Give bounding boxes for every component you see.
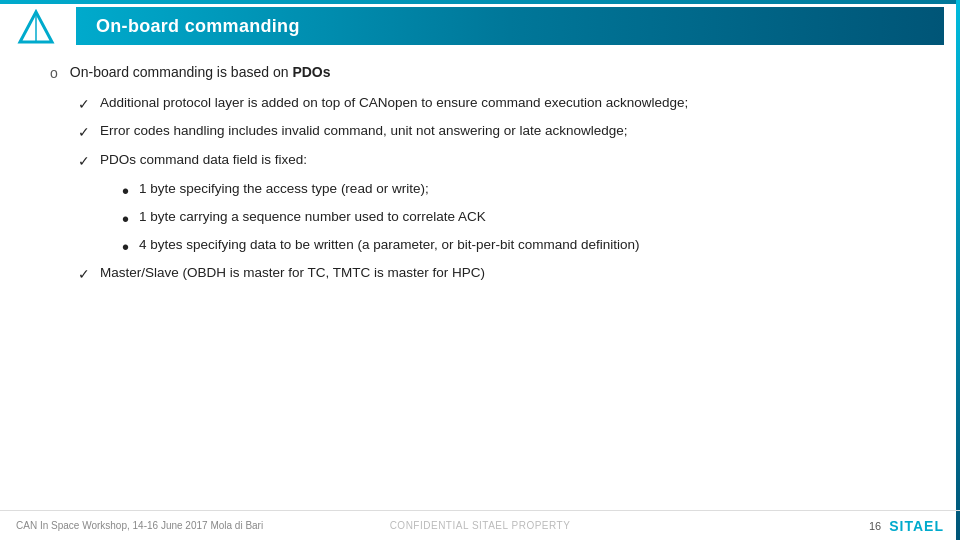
right-accent-bar <box>956 0 960 540</box>
title-bar: On-board commanding <box>76 7 944 45</box>
sub-items-list: ✓ Additional protocol layer is added on … <box>78 93 910 286</box>
footer-page-number: 16 <box>869 520 881 532</box>
check-text-2: Error codes handling includes invalid co… <box>100 121 628 141</box>
dot-text-3: 4 bytes specifying data to be written (a… <box>139 235 640 255</box>
checkmark-icon-1: ✓ <box>78 94 90 116</box>
main-bullet-item: o On-board commanding is based on PDOs <box>50 62 910 85</box>
checkmark-icon-2: ✓ <box>78 122 90 144</box>
check-text-1: Additional protocol layer is added on to… <box>100 93 688 113</box>
dot-item-3: • 4 bytes specifying data to be written … <box>122 235 910 259</box>
footer-event: CAN In Space Workshop, 14-16 June 2017 M… <box>16 520 325 531</box>
check-item-3: ✓ PDOs command data field is fixed: <box>78 150 910 173</box>
footer: CAN In Space Workshop, 14-16 June 2017 M… <box>0 510 960 540</box>
sitael-brand: SITAEL <box>889 518 944 534</box>
dot-items-list: • 1 byte specifying the access type (rea… <box>122 179 910 259</box>
footer-confidential: CONFIDENTIAL SITAEL PROPERTY <box>325 520 634 531</box>
logo-area <box>16 6 76 46</box>
dot-marker-1: • <box>122 179 129 203</box>
company-logo <box>16 6 56 46</box>
checkmark-icon-3: ✓ <box>78 151 90 173</box>
dot-marker-2: • <box>122 207 129 231</box>
check-item-2: ✓ Error codes handling includes invalid … <box>78 121 910 144</box>
bullet-marker: o <box>50 63 58 85</box>
dot-text-2: 1 byte carrying a sequence number used t… <box>139 207 486 227</box>
footer-right: 16 SITAEL <box>635 518 944 534</box>
dot-item-2: • 1 byte carrying a sequence number used… <box>122 207 910 231</box>
main-content: o On-board commanding is based on PDOs ✓… <box>0 52 960 301</box>
dot-item-1: • 1 byte specifying the access type (rea… <box>122 179 910 203</box>
dot-text-1: 1 byte specifying the access type (read … <box>139 179 429 199</box>
page-title: On-board commanding <box>96 16 300 37</box>
sitael-logo: SITAEL <box>889 518 944 534</box>
dot-marker-3: • <box>122 235 129 259</box>
checkmark-icon-4: ✓ <box>78 264 90 286</box>
main-bullet-text: On-board commanding is based on PDOs <box>70 62 331 84</box>
header: On-board commanding <box>0 0 960 52</box>
check-item-4: ✓ Master/Slave (OBDH is master for TC, T… <box>78 263 910 286</box>
check-item-1: ✓ Additional protocol layer is added on … <box>78 93 910 116</box>
check-text-4: Master/Slave (OBDH is master for TC, TMT… <box>100 263 485 283</box>
check-text-3: PDOs command data field is fixed: <box>100 150 307 170</box>
